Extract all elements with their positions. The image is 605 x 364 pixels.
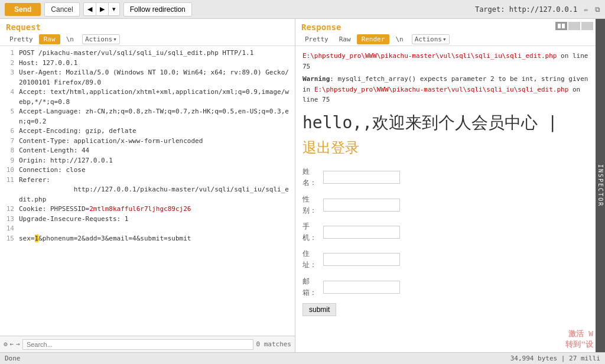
- form-field-phone[interactable]: [323, 226, 400, 239]
- response-panel: Response Pretty Raw Render \n Actions ▾: [295, 19, 605, 352]
- request-title: Request: [0, 19, 295, 33]
- nav-buttons: ◀ ▶ ▾: [83, 2, 120, 16]
- code-line: 7 Content-Type: application/x-www-form-u…: [0, 136, 295, 147]
- code-line: 9 Origin: http://127.0.0.1: [0, 156, 295, 166]
- tab-response-render[interactable]: Render: [357, 34, 390, 44]
- view-mode-buttons: [555, 22, 593, 30]
- view-horizontal-button[interactable]: [568, 22, 580, 30]
- tab-request-pretty[interactable]: Pretty: [5, 34, 38, 44]
- svg-rect-4: [584, 24, 591, 28]
- code-line: 15 sex=1&phonenum=2&add=3&email=4&submit…: [0, 234, 295, 244]
- actions-chevron-icon: ▾: [113, 35, 117, 43]
- code-line: 14: [0, 224, 295, 234]
- form-row-email: 邮箱：: [302, 276, 598, 298]
- tab-request-n[interactable]: \n: [61, 34, 79, 44]
- request-actions-button[interactable]: Actions ▾: [82, 34, 120, 44]
- logout-link[interactable]: 退出登录: [302, 136, 598, 159]
- edit-icon[interactable]: ✏: [584, 5, 588, 14]
- code-line: 2 Host: 127.0.0.1: [0, 58, 295, 69]
- nav-back-icon[interactable]: ←: [10, 340, 14, 348]
- request-panel: Request Pretty Raw \n Actions ▾ 1 POST /…: [0, 19, 295, 352]
- form-field-address[interactable]: [323, 253, 400, 266]
- top-bar: Send Cancel ◀ ▶ ▾ Follow redirection Tar…: [0, 0, 605, 19]
- status-right: 34,994 bytes | 27 milli: [510, 355, 600, 362]
- svg-rect-3: [571, 27, 578, 28]
- new-window-icon[interactable]: ⧉: [595, 5, 600, 14]
- request-code-area[interactable]: 1 POST /pikachu-master/vul/sqli/sqli_iu/…: [0, 46, 295, 336]
- target-url: http://127.0.0.1: [509, 5, 578, 14]
- code-line: 11 Referer: http://127.0.0.1/pikachu-mas…: [0, 176, 295, 205]
- svg-rect-1: [562, 24, 565, 28]
- warning-text: Warning: mysqli_fetch_array() expects pa…: [302, 74, 598, 105]
- tab-response-raw[interactable]: Raw: [334, 34, 356, 44]
- response-title: Response: [295, 19, 347, 33]
- follow-redirection-button[interactable]: Follow redirection: [123, 2, 192, 17]
- form-label-phone: 手机：: [302, 221, 323, 243]
- code-line: 6 Accept-Encoding: gzip, deflate: [0, 126, 295, 136]
- send-button[interactable]: Send: [5, 3, 41, 16]
- code-line: 10 Connection: close: [0, 165, 295, 176]
- form-row-name: 姓名：: [302, 166, 598, 188]
- response-actions-button[interactable]: Actions ▾: [412, 34, 450, 44]
- actions-label: Actions: [85, 35, 112, 43]
- nav-right-button[interactable]: ▶: [96, 3, 109, 15]
- status-bar: Done 34,994 bytes | 27 milli: [0, 352, 605, 364]
- form-row-address: 住址：: [302, 248, 598, 271]
- main-area: Request Pretty Raw \n Actions ▾ 1 POST /…: [0, 19, 605, 352]
- response-actions-label: Actions: [415, 35, 442, 43]
- form-field-gender[interactable]: [323, 199, 400, 212]
- code-line: 5 Accept-Language: zh-CN,zh;q=0.8,zh-TW;…: [0, 107, 295, 126]
- tab-response-pretty[interactable]: Pretty: [300, 34, 333, 44]
- form-section: 姓名： 性别： 手机： 住址： 邮箱：: [302, 166, 598, 316]
- form-row-submit: submit: [302, 303, 598, 316]
- target-info: Target: http://127.0.0.1 ✏ ⧉: [475, 5, 600, 14]
- response-actions-chevron: ▾: [443, 35, 447, 43]
- view-vertical-button[interactable]: [581, 22, 593, 30]
- tab-response-n[interactable]: \n: [391, 34, 408, 44]
- svg-rect-0: [558, 24, 561, 28]
- status-left: Done: [5, 355, 21, 362]
- view-split-button[interactable]: [555, 22, 567, 30]
- code-line: 1 POST /pikachu-master/vul/sqli/sqli_iu/…: [0, 48, 295, 58]
- target-prefix: Target:: [475, 5, 509, 14]
- inspector-tab[interactable]: INSPECTOR: [596, 19, 605, 352]
- request-tab-bar: Pretty Raw \n Actions ▾: [0, 33, 295, 46]
- response-tab-bar: Pretty Raw Render \n Actions ▾: [295, 33, 605, 46]
- form-row-phone: 手机：: [302, 221, 598, 243]
- form-label-gender: 性别：: [302, 194, 323, 216]
- form-row-gender: 性别：: [302, 194, 598, 216]
- settings-icon[interactable]: ⚙: [4, 340, 8, 348]
- code-line: 8 Content-Length: 44: [0, 146, 295, 156]
- error-path-1: E:\phpstudy_pro\WWW\pikachu-master\vul\s…: [302, 51, 598, 72]
- svg-rect-2: [571, 24, 578, 25]
- nav-forward-icon[interactable]: →: [16, 340, 20, 348]
- matches-count: 0 matches: [256, 340, 291, 348]
- submit-button[interactable]: submit: [302, 303, 336, 316]
- form-label-email: 邮箱：: [302, 276, 323, 298]
- nav-dropdown-button[interactable]: ▾: [109, 3, 119, 15]
- code-line: 3 User-Agent: Mozilla/5.0 (Windows NT 10…: [0, 68, 295, 87]
- form-field-name[interactable]: [323, 171, 400, 184]
- response-render-area[interactable]: E:\phpstudy_pro\WWW\pikachu-master\vul\s…: [295, 46, 605, 352]
- cancel-button[interactable]: Cancel: [44, 2, 79, 17]
- search-input[interactable]: [22, 339, 254, 350]
- code-line: 12 Cookie: PHPSESSID=2mtlm8kafful6r7ljhg…: [0, 204, 295, 214]
- form-label-name: 姓名：: [302, 166, 323, 188]
- form-label-address: 住址：: [302, 248, 323, 271]
- nav-left-button[interactable]: ◀: [84, 3, 96, 15]
- request-search-bar: ⚙ ← → 0 matches: [0, 336, 295, 352]
- tab-request-raw[interactable]: Raw: [39, 34, 60, 44]
- code-line: 4 Accept: text/html,application/xhtml+xm…: [0, 87, 295, 107]
- form-field-email[interactable]: [323, 281, 400, 294]
- hello-text: hello,,欢迎来到个人会员中心 |: [302, 110, 598, 136]
- code-line: 13 Upgrade-Insecure-Requests: 1: [0, 214, 295, 225]
